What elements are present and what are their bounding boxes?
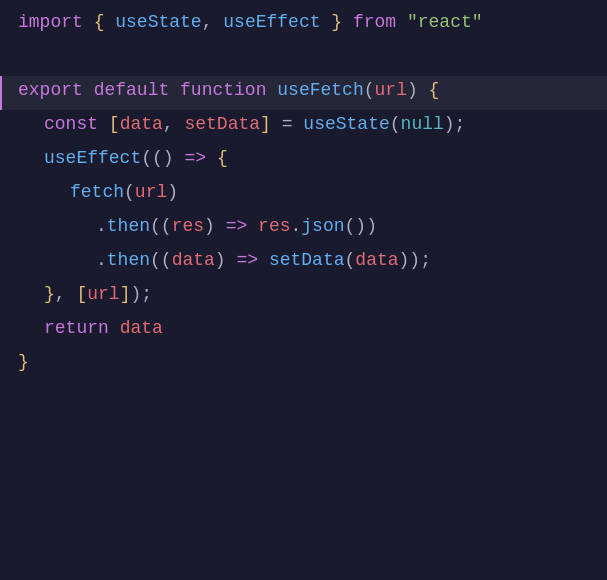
token-arrow: => <box>184 144 206 173</box>
code-line-2 <box>0 42 607 76</box>
token-arrow: => <box>236 246 258 275</box>
code-line-5: useEffect(() => { <box>0 144 607 178</box>
token-keyword: default <box>94 76 170 105</box>
code-line-8: .then((data) => setData(data)); <box>0 246 607 280</box>
token-param: url <box>135 178 167 207</box>
token-function: useFetch <box>277 76 363 105</box>
token-punc: ); <box>444 110 466 139</box>
token-keyword: import <box>18 8 83 37</box>
code-line-9: }, [url]); <box>0 280 607 314</box>
token-punc: ) <box>167 178 178 207</box>
token-keyword: const <box>44 110 98 139</box>
token-from: from <box>353 8 396 37</box>
token-function: setData <box>269 246 345 275</box>
token-plain <box>293 110 304 139</box>
token-plain <box>258 246 269 275</box>
token-param: data <box>172 246 215 275</box>
token-keyword: function <box>180 76 266 105</box>
token-punc: , <box>55 280 66 309</box>
token-bracket: } <box>18 348 29 377</box>
token-plain <box>206 144 217 173</box>
code-line-6: fetch(url) <box>0 178 607 212</box>
token-keyword: export <box>18 76 83 105</box>
token-plain <box>321 8 332 37</box>
token-plain <box>342 8 353 37</box>
token-punc: . <box>96 246 107 275</box>
token-method: json <box>301 212 344 241</box>
token-bracket: } <box>331 8 342 37</box>
token-punc: ( <box>390 110 401 139</box>
token-punc: . <box>96 212 107 241</box>
token-method: then <box>107 246 150 275</box>
token-function: useState <box>303 110 389 139</box>
token-punc: () <box>152 144 174 173</box>
token-punc: = <box>282 110 293 139</box>
code-line-1: import { useState, useEffect } from "rea… <box>0 8 607 42</box>
code-editor: import { useState, useEffect } from "rea… <box>0 0 607 580</box>
token-plain <box>215 212 226 241</box>
token-null: null <box>401 110 444 139</box>
token-plain <box>418 76 429 105</box>
token-plain <box>169 76 180 105</box>
token-plain <box>266 76 277 105</box>
token-punc: ()) <box>345 212 377 241</box>
token-punc: ) <box>407 76 418 105</box>
token-bracket: [ <box>76 280 87 309</box>
token-function: useState <box>115 8 201 37</box>
code-line-11: } <box>0 348 607 382</box>
token-punc: ( <box>345 246 356 275</box>
token-bracket: ] <box>120 280 131 309</box>
token-plain <box>83 8 94 37</box>
token-function: useEffect <box>44 144 141 173</box>
token-plain: , <box>202 8 224 37</box>
token-bracket: { <box>217 144 228 173</box>
token-param: url <box>87 280 119 309</box>
token-var: data <box>120 110 163 139</box>
code-line-10: return data <box>0 314 607 348</box>
token-plain <box>83 76 94 105</box>
token-plain <box>98 110 109 139</box>
code-line-7: .then((res) => res.json()) <box>0 212 607 246</box>
token-param: res <box>172 212 204 241</box>
token-punc: ( <box>364 76 375 105</box>
token-param: data <box>355 246 398 275</box>
token-plain <box>247 212 258 241</box>
token-bracket: { <box>94 8 105 37</box>
token-var: setData <box>184 110 260 139</box>
token-bracket: [ <box>109 110 120 139</box>
token-var: data <box>120 314 163 343</box>
token-param: res <box>258 212 290 241</box>
token-punc: ) <box>215 246 226 275</box>
code-line-4: const [data, setData] = useState(null); <box>0 110 607 144</box>
token-punc: . <box>291 212 302 241</box>
token-plain <box>226 246 237 275</box>
token-string: "react" <box>407 8 483 37</box>
token-punc: ( <box>124 178 135 207</box>
token-punc: (( <box>150 246 172 275</box>
token-bracket: } <box>44 280 55 309</box>
token-punc: ) <box>204 212 215 241</box>
token-plain <box>109 314 120 343</box>
token-plain <box>174 144 185 173</box>
token-punc: ); <box>130 280 152 309</box>
token-param: url <box>375 76 407 105</box>
code-line-3: export default function useFetch(url) { <box>0 76 607 110</box>
token-plain <box>66 280 77 309</box>
token-plain: , <box>163 110 185 139</box>
token-function: fetch <box>70 178 124 207</box>
token-punc: (( <box>150 212 172 241</box>
token-bracket: { <box>429 76 440 105</box>
token-function: useEffect <box>223 8 320 37</box>
token-punc: )); <box>399 246 431 275</box>
token-punc: ( <box>141 144 152 173</box>
token-plain <box>396 8 407 37</box>
token-arrow: => <box>226 212 248 241</box>
token-method: then <box>107 212 150 241</box>
token-plain <box>271 110 282 139</box>
token-keyword: return <box>44 314 109 343</box>
token-bracket: ] <box>260 110 271 139</box>
token-plain <box>104 8 115 37</box>
